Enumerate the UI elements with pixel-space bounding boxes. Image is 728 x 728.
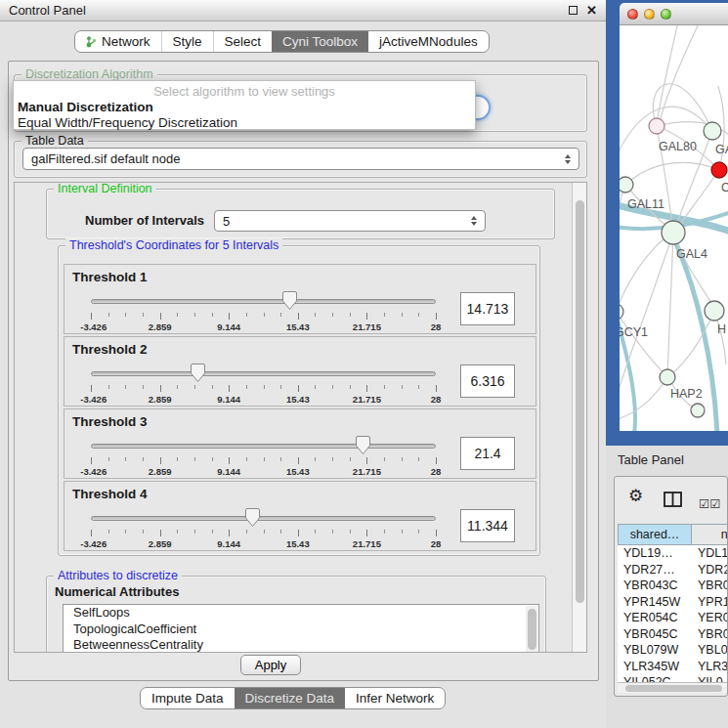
settings-vertical-scrollbar[interactable] bbox=[572, 183, 586, 652]
tab-label: Cyni Toolbox bbox=[282, 34, 358, 49]
table-cell: YIL052C bbox=[618, 675, 692, 682]
tab-cyni-toolbox[interactable]: Cyni Toolbox bbox=[272, 31, 368, 52]
tab-infer-network[interactable]: Infer Network bbox=[345, 688, 445, 708]
threshold-slider[interactable]: -3.4262.8599.14415.4321.71528 bbox=[91, 507, 436, 550]
slider-track[interactable] bbox=[91, 444, 436, 449]
numerical-attributes-list[interactable]: SelfLoopsTopologicalCoefficientBetweenne… bbox=[63, 604, 539, 653]
scrollbar-thumb[interactable] bbox=[576, 200, 584, 603]
column-header-n-[interactable]: n… bbox=[692, 524, 728, 545]
table-data-combo[interactable]: galFiltered.sif default node bbox=[22, 148, 579, 170]
table-row[interactable]: YBR043CYBR0… bbox=[618, 578, 728, 594]
attribute-list-item[interactable]: SelfLoops bbox=[64, 605, 538, 621]
scale-label: -3.426 bbox=[80, 321, 107, 332]
network-edge[interactable] bbox=[659, 25, 700, 126]
network-edge[interactable] bbox=[620, 233, 672, 312]
threshold-slider[interactable]: -3.4262.8599.14415.4321.71528 bbox=[91, 435, 436, 478]
table-row[interactable]: YBR045CYBR0… bbox=[618, 626, 728, 643]
network-node-gal80[interactable] bbox=[649, 118, 664, 134]
table-rows: YDL19…YDL1…YDR27…YDR2…YBR043CYBR0…YPR145… bbox=[618, 545, 728, 682]
slider-thumb[interactable] bbox=[356, 436, 370, 457]
network-canvas[interactable]: GAL80GACGAL11GAL4GCY1HHAP2 bbox=[620, 25, 728, 431]
network-node-hap2[interactable] bbox=[660, 369, 675, 385]
network-node-gal11[interactable] bbox=[620, 177, 633, 193]
network-edge[interactable] bbox=[667, 233, 673, 376]
network-edge[interactable] bbox=[620, 377, 667, 420]
slider-track[interactable] bbox=[91, 371, 436, 376]
slider-track[interactable] bbox=[91, 516, 436, 521]
tick-mark bbox=[91, 530, 92, 536]
table-row[interactable]: YER054CYER0… bbox=[618, 610, 728, 626]
attribute-list-item[interactable]: BetweennessCentrality bbox=[64, 637, 538, 653]
table-row[interactable]: YBL079WYBL0… bbox=[618, 642, 728, 659]
threshold-value-input[interactable]: 11.344 bbox=[460, 509, 515, 542]
table-header-row: shared…n… bbox=[618, 524, 728, 545]
network-node-gcy1[interactable] bbox=[620, 304, 623, 320]
threshold-value-input[interactable]: 6.316 bbox=[460, 364, 515, 398]
tick-mark bbox=[332, 530, 333, 534]
close-traffic-light-icon[interactable] bbox=[627, 9, 638, 20]
tab-discretize-data[interactable]: Discretize Data bbox=[235, 688, 346, 708]
close-icon[interactable]: ✕ bbox=[586, 4, 597, 17]
slider-track[interactable] bbox=[91, 299, 436, 304]
scale-label: 21.715 bbox=[353, 538, 381, 549]
table-row[interactable]: YIL052CYIL0… bbox=[618, 674, 728, 682]
table-row[interactable]: YPR145WYPR1… bbox=[618, 594, 728, 611]
combo-spinner-icon bbox=[471, 216, 477, 226]
network-window-titlebar[interactable] bbox=[620, 3, 728, 25]
network-edge[interactable] bbox=[620, 107, 712, 162]
threshold-value-input[interactable]: 14.713 bbox=[460, 292, 515, 325]
table-row[interactable]: YDL19…YDL1… bbox=[618, 545, 728, 562]
checkbox-icon[interactable]: ☑☑ bbox=[699, 496, 720, 511]
network-node-top-right[interactable] bbox=[704, 122, 721, 140]
column-header-shared-[interactable]: shared… bbox=[618, 524, 692, 545]
network-node-bottom-partial[interactable] bbox=[691, 404, 705, 417]
control-panel-title: Control Panel bbox=[9, 3, 86, 18]
tab-select[interactable]: Select bbox=[213, 31, 273, 52]
number-of-intervals-combo[interactable]: 5 bbox=[214, 210, 486, 232]
table-row[interactable]: YLR345WYLR3… bbox=[618, 659, 728, 675]
network-node-gal4[interactable] bbox=[662, 221, 685, 244]
threshold-value-input[interactable]: 21.4 bbox=[460, 437, 515, 470]
table-cell: YDR2… bbox=[692, 563, 728, 577]
float-window-icon[interactable] bbox=[569, 6, 578, 15]
slider-thumb[interactable] bbox=[282, 291, 297, 313]
tick-mark bbox=[246, 530, 247, 534]
tick-mark bbox=[280, 457, 281, 461]
dropdown-option-manual-discretization[interactable]: Manual Discretization bbox=[18, 100, 153, 114]
tab-impute-data[interactable]: Impute Data bbox=[141, 688, 235, 708]
network-node-h[interactable] bbox=[705, 301, 724, 321]
tick-mark bbox=[160, 385, 161, 392]
network-node-selected-red[interactable] bbox=[711, 162, 727, 178]
apply-button[interactable]: Apply bbox=[240, 655, 301, 675]
threshold-slider[interactable]: -3.4262.8599.14415.4321.71528 bbox=[91, 290, 436, 333]
threshold-slider[interactable]: -3.4262.8599.14415.4321.71528 bbox=[91, 363, 436, 406]
dropdown-option-equal-width-frequency[interactable]: Equal Width/Frequency Discretization bbox=[18, 115, 237, 130]
table-row[interactable]: YDR27…YDR2… bbox=[618, 562, 728, 578]
split-column-icon[interactable] bbox=[664, 492, 682, 510]
zoom-traffic-light-icon[interactable] bbox=[661, 9, 671, 20]
settings-gear-icon[interactable]: ⚙ bbox=[628, 488, 643, 504]
slider-thumb[interactable] bbox=[245, 508, 260, 530]
tick-mark bbox=[436, 313, 437, 320]
scrollbar-thumb[interactable] bbox=[625, 685, 722, 692]
tick-mark bbox=[108, 385, 109, 389]
scrollbar-thumb[interactable] bbox=[528, 609, 536, 650]
slider-thumb[interactable] bbox=[191, 364, 205, 385]
network-edge[interactable] bbox=[657, 25, 678, 125]
tab-jactivemnodules[interactable]: jActiveMNodules bbox=[368, 31, 489, 52]
network-edge[interactable] bbox=[625, 162, 719, 185]
table-browser-window: ⚙ ☑☑ shared…n… YDL19…YDL1…YDR27…YDR2…YBR… bbox=[614, 476, 728, 697]
minimize-traffic-light-icon[interactable] bbox=[644, 9, 655, 20]
attribute-list-item[interactable]: TopologicalCoefficient bbox=[64, 621, 538, 638]
scale-label: 28 bbox=[431, 466, 442, 477]
node-label-gal11: GAL11 bbox=[627, 197, 664, 211]
network-edge-highlighted[interactable] bbox=[675, 241, 717, 431]
tab-style[interactable]: Style bbox=[161, 31, 213, 52]
list-scrollbar[interactable] bbox=[526, 606, 537, 653]
scale-label: 21.715 bbox=[353, 321, 381, 332]
node-label-gcy1: GCY1 bbox=[620, 325, 648, 339]
tab-network[interactable]: Network bbox=[75, 31, 161, 52]
tick-mark bbox=[280, 313, 281, 317]
table-horizontal-scrollbar[interactable] bbox=[618, 682, 728, 693]
scale-label: 28 bbox=[431, 538, 442, 549]
